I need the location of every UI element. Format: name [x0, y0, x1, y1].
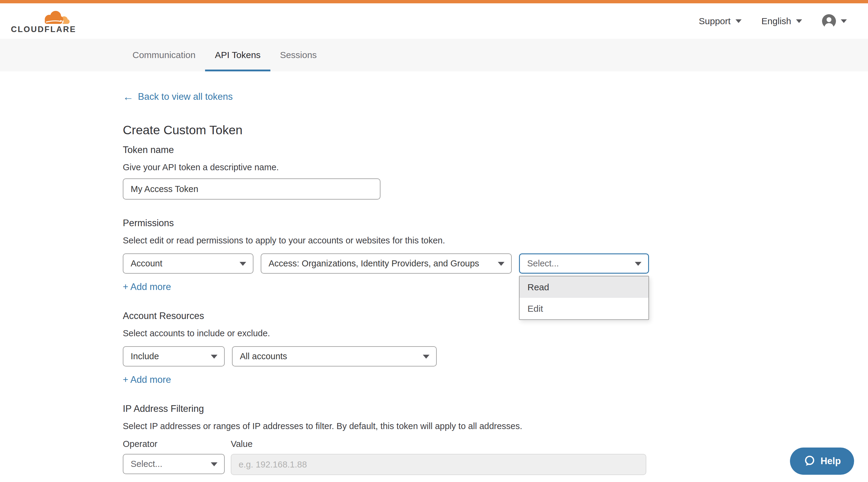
ip-filtering-section: IP Address Filtering Select IP addresses… — [123, 404, 868, 475]
operator-select[interactable]: Select... — [123, 454, 225, 474]
language-label: English — [762, 16, 791, 26]
token-name-input[interactable] — [123, 179, 380, 200]
permissions-description: Select edit or read permissions to apply… — [123, 235, 868, 246]
header-menus: Support English — [699, 14, 847, 28]
ip-filtering-heading: IP Address Filtering — [123, 404, 868, 414]
chevron-down-icon — [498, 262, 504, 266]
operator-label: Operator — [123, 439, 225, 449]
permission-level-select[interactable]: Select... Read Edit — [519, 253, 649, 274]
support-menu[interactable]: Support — [699, 16, 742, 26]
value-label: Value — [231, 439, 646, 449]
chevron-down-icon — [796, 19, 802, 23]
cloudflare-logo[interactable]: CLOUDFLARE — [11, 8, 76, 34]
token-name-section: Token name Give your API token a descrip… — [123, 144, 868, 200]
account-resources-row: Include All accounts — [123, 346, 868, 366]
account-resources-section: Account Resources Select accounts to inc… — [123, 311, 868, 385]
resource-mode-value: Include — [131, 351, 159, 361]
permission-resource-value: Access: Organizations, Identity Provider… — [269, 259, 479, 268]
chat-bubble-icon — [803, 455, 816, 468]
permission-level-placeholder: Select... — [527, 259, 559, 268]
brand-wordmark: CLOUDFLARE — [11, 25, 76, 34]
tab-communication[interactable]: Communication — [123, 39, 205, 71]
account-resources-heading: Account Resources — [123, 311, 868, 321]
chevron-down-icon — [841, 19, 847, 23]
resource-accounts-value: All accounts — [240, 351, 287, 361]
tab-api-tokens[interactable]: API Tokens — [205, 39, 270, 71]
chevron-down-icon — [211, 355, 217, 359]
back-arrow-icon: ← — [123, 91, 134, 102]
chevron-down-icon — [736, 19, 742, 23]
token-name-description: Give your API token a descriptive name. — [123, 162, 868, 172]
tab-label: Communication — [132, 50, 195, 60]
ip-filtering-row: Operator Select... Value — [123, 439, 868, 475]
permissions-add-more-link[interactable]: + Add more — [123, 282, 171, 292]
permissions-row: Account Access: Organizations, Identity … — [123, 253, 868, 274]
menu-option-edit[interactable]: Edit — [520, 298, 648, 319]
ip-filtering-description: Select IP addresses or ranges of IP addr… — [123, 421, 868, 431]
tab-sessions[interactable]: Sessions — [270, 39, 327, 71]
chevron-down-icon — [423, 355, 430, 359]
chevron-down-icon — [635, 262, 642, 266]
account-resources-description: Select accounts to include or exclude. — [123, 328, 868, 339]
main-content: ← Back to view all tokens Create Custom … — [0, 71, 868, 475]
cloudflare-cloud-icon — [39, 8, 71, 25]
page-title: Create Custom Token — [123, 123, 868, 137]
resource-accounts-select[interactable]: All accounts — [232, 346, 437, 366]
account-menu[interactable] — [822, 14, 847, 28]
tab-label: API Tokens — [215, 50, 260, 60]
chevron-down-icon — [240, 262, 246, 266]
help-button-label: Help — [820, 456, 841, 467]
operator-field: Operator Select... — [123, 439, 225, 474]
ip-value-input[interactable] — [231, 454, 646, 475]
account-resources-add-more-link[interactable]: + Add more — [123, 374, 171, 385]
operator-placeholder: Select... — [131, 459, 162, 469]
permission-level-menu: Read Edit — [519, 276, 649, 320]
permission-scope-select[interactable]: Account — [123, 253, 253, 274]
tab-label: Sessions — [280, 50, 317, 60]
brand-accent-bar — [0, 0, 868, 3]
resource-mode-select[interactable]: Include — [123, 346, 225, 366]
back-link-label: Back to view all tokens — [138, 91, 233, 102]
value-field: Value — [231, 439, 646, 475]
user-avatar-icon — [822, 14, 836, 28]
support-label: Support — [699, 16, 731, 26]
permissions-heading: Permissions — [123, 218, 868, 229]
menu-option-read[interactable]: Read — [520, 277, 648, 298]
chevron-down-icon — [211, 462, 217, 466]
header: CLOUDFLARE Support English — [0, 3, 868, 39]
back-link[interactable]: ← Back to view all tokens — [123, 91, 233, 102]
help-button[interactable]: Help — [790, 448, 854, 475]
permissions-section: Permissions Select edit or read permissi… — [123, 218, 868, 292]
permission-scope-value: Account — [131, 259, 162, 268]
token-name-heading: Token name — [123, 144, 868, 155]
permission-resource-select[interactable]: Access: Organizations, Identity Provider… — [261, 253, 512, 274]
language-menu[interactable]: English — [762, 16, 802, 26]
tab-bar: Communication API Tokens Sessions — [0, 39, 868, 71]
